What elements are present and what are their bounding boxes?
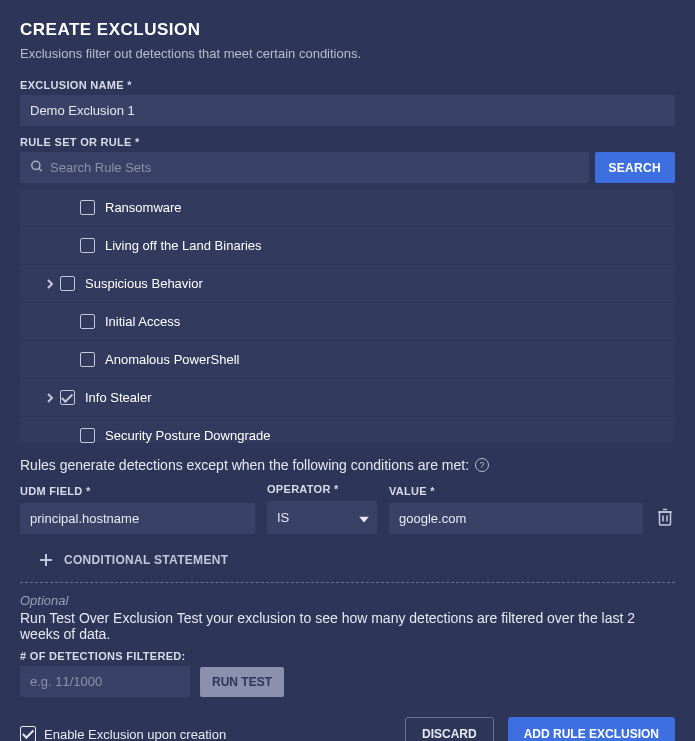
enable-exclusion-checkbox[interactable]: Enable Exclusion upon creation	[20, 726, 391, 741]
rule-label: Anomalous PowerShell	[105, 352, 239, 367]
rule-set-label: RULE SET OR RULE *	[20, 136, 675, 148]
checkbox-icon	[20, 726, 36, 741]
rule-label: Suspicious Behavior	[85, 276, 203, 291]
rule-checkbox[interactable]	[80, 200, 95, 215]
chevron-right-icon[interactable]	[40, 392, 60, 404]
divider	[20, 582, 675, 583]
optional-label: Optional	[20, 593, 675, 608]
add-condition-button[interactable]: CONDITIONAL STATEMENT	[20, 546, 675, 582]
rule-label: Security Posture Downgrade	[105, 428, 270, 443]
page-title: CREATE EXCLUSION	[20, 20, 675, 40]
rule-label: Ransomware	[105, 200, 182, 215]
conditions-intro: Rules generate detections except when th…	[20, 457, 675, 473]
rule-checkbox[interactable]	[80, 314, 95, 329]
rule-label: Info Stealer	[85, 390, 152, 405]
operator-label: OPERATOR *	[267, 483, 377, 495]
help-icon[interactable]: ?	[475, 458, 489, 472]
value-label: VALUE *	[389, 485, 643, 497]
search-button[interactable]: SEARCH	[595, 152, 675, 183]
rule-checkbox[interactable]	[80, 352, 95, 367]
rule-search-input[interactable]	[20, 152, 589, 183]
svg-line-1	[39, 168, 42, 171]
page-subtitle: Exclusions filter out detections that me…	[20, 46, 675, 61]
discard-button[interactable]: DISCARD	[405, 717, 494, 741]
svg-rect-3	[660, 512, 671, 525]
rule-row[interactable]: Security Posture Downgrade	[20, 417, 675, 443]
rule-row[interactable]: Anomalous PowerShell	[20, 341, 675, 378]
rule-row[interactable]: Info Stealer	[20, 379, 675, 416]
condition-row: UDM FIELD * OPERATOR * IS VALUE *	[20, 483, 675, 534]
rule-row[interactable]: Initial Access	[20, 303, 675, 340]
run-test-button[interactable]: RUN TEST	[200, 667, 284, 697]
search-icon	[30, 159, 44, 176]
svg-point-0	[32, 161, 40, 169]
plus-icon	[38, 552, 54, 568]
run-test-description: Run Test Over Exclusion Test your exclus…	[20, 610, 675, 642]
exclusion-name-label: EXCLUSION NAME *	[20, 79, 675, 91]
udm-field-input[interactable]	[20, 503, 255, 534]
chevron-right-icon[interactable]	[40, 278, 60, 290]
detections-filtered-input[interactable]	[20, 666, 190, 697]
rule-checkbox[interactable]	[80, 428, 95, 443]
rule-checkbox[interactable]	[60, 276, 75, 291]
operator-select[interactable]: IS	[267, 501, 377, 534]
add-rule-exclusion-button[interactable]: ADD RULE EXCLUSION	[508, 717, 675, 741]
rule-label: Initial Access	[105, 314, 180, 329]
rule-row[interactable]: Ransomware	[20, 189, 675, 226]
exclusion-name-input[interactable]	[20, 95, 675, 126]
value-input[interactable]	[389, 503, 643, 534]
enable-exclusion-label: Enable Exclusion upon creation	[44, 727, 226, 742]
rule-row[interactable]: Living off the Land Binaries	[20, 227, 675, 264]
detections-filtered-label: # OF DETECTIONS FILTERED:	[20, 650, 675, 662]
rule-list[interactable]: Ransomware Living off the Land Binaries …	[20, 189, 675, 443]
delete-condition-button[interactable]	[655, 502, 675, 534]
rule-row[interactable]: Suspicious Behavior	[20, 265, 675, 302]
rule-label: Living off the Land Binaries	[105, 238, 262, 253]
rule-checkbox[interactable]	[80, 238, 95, 253]
rule-checkbox[interactable]	[60, 390, 75, 405]
udm-field-label: UDM FIELD *	[20, 485, 255, 497]
